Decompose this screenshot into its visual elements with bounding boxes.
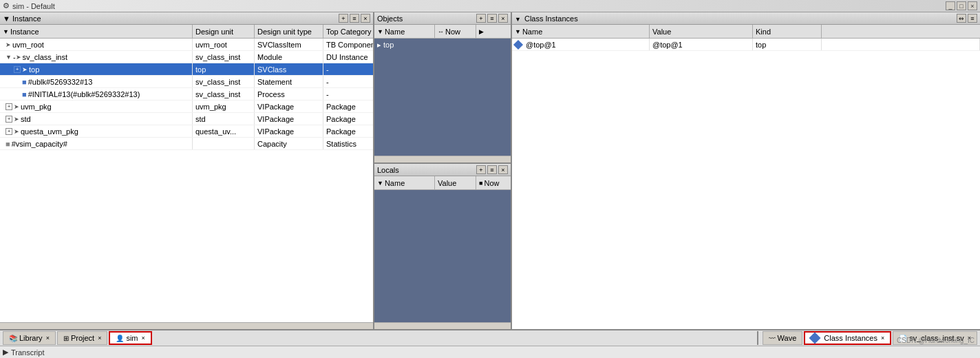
tab-library[interactable]: 📚 Library × xyxy=(3,331,56,345)
locals-content[interactable] xyxy=(374,190,511,322)
cell-ublk-cat: - xyxy=(323,76,373,87)
cell-uvm-root-name: ➤ uvm_root xyxy=(0,39,193,50)
tab-library-close[interactable]: × xyxy=(46,335,50,341)
expand-uvmpkg-icon[interactable]: + xyxy=(6,103,12,110)
cell-vsim-type: Capacity xyxy=(255,138,323,149)
objects-btn2[interactable]: ≡ xyxy=(487,14,497,23)
objects-content[interactable]: ▸ top xyxy=(374,39,511,156)
left-panel-btn1[interactable]: + xyxy=(339,14,348,23)
transcript-label: Transcript xyxy=(11,348,45,357)
tree-row-vsim-capacity[interactable]: ■ #vsim_capacity# Capacity Statistics xyxy=(0,138,373,150)
objects-hscroll[interactable] xyxy=(374,156,511,162)
tree-row-std[interactable]: + ➤ std std VIPackage Package xyxy=(0,113,373,125)
maximize-button[interactable]: □ xyxy=(957,1,966,10)
tab-ci-close[interactable]: × xyxy=(881,335,884,341)
diamond-icon xyxy=(513,39,523,49)
right-panel: ▼ Class Instances ⇔ ≡ ▼ Name Value Kind xyxy=(512,12,980,329)
left-panel-close[interactable]: × xyxy=(361,14,370,23)
class-cell-value: @top@1 xyxy=(650,39,753,50)
class-btn-menu[interactable]: ≡ xyxy=(968,14,977,23)
cell-ublk-du: sv_class_inst xyxy=(193,76,255,87)
minimize-button[interactable]: _ xyxy=(946,1,955,10)
sim-tab-icon: 👤 xyxy=(116,335,124,342)
class-cell-kind: top xyxy=(753,39,822,50)
left-panel-title: ▼ Instance xyxy=(3,14,41,23)
tab-sv-file[interactable]: 📄 sv_class_inst.sv × xyxy=(893,331,977,345)
cell-sv-class-inst-du: sv_class_inst xyxy=(193,51,255,63)
class-instances-content[interactable]: @top@1 @top@1 top xyxy=(512,39,980,329)
tree-row-initial[interactable]: ■ #INITIAL#13(#ublk#5269332#13) sv_class… xyxy=(0,88,373,101)
col-design-unit: Design unit xyxy=(193,25,255,38)
objects-col-name: ▼ Name xyxy=(374,25,435,38)
cell-std-type: VIPackage xyxy=(255,113,323,125)
tab-sim-close[interactable]: × xyxy=(142,335,145,341)
objects-close[interactable]: × xyxy=(498,14,508,23)
tree-row-sv-class-inst[interactable]: ▼ - ➤ sv_class_inst sv_class_inst Module… xyxy=(0,51,373,63)
cell-initial-type: Process xyxy=(255,88,323,100)
tree-column-headers: ▼ Instance Design unit Design unit type … xyxy=(0,25,373,39)
cell-top-cat: - xyxy=(323,63,373,75)
bottom-tab-bar: 📚 Library × ⊞ Project × 👤 sim × 〰 Wave C… xyxy=(0,329,980,346)
class-col-kind: Kind xyxy=(753,25,822,38)
middle-panel: Objects + ≡ × ▼ Name ↔ Now xyxy=(374,12,512,329)
tab-sim[interactable]: 👤 sim × xyxy=(109,331,151,345)
objects-row-top[interactable]: ▸ top xyxy=(374,39,511,51)
tree-row-ublk[interactable]: ■ #ublk#5269332#13 sv_class_inst Stateme… xyxy=(0,76,373,88)
tab-sv-close[interactable]: × xyxy=(968,335,971,341)
cell-vsim-name: ■ #vsim_capacity# xyxy=(0,138,193,149)
locals-close[interactable]: × xyxy=(498,165,508,174)
tab-project-close[interactable]: × xyxy=(98,335,101,341)
initial-icon: ■ xyxy=(22,90,27,98)
tree-content[interactable]: ➤ uvm_root uvm_root SVClassItem TB Compo… xyxy=(0,39,373,322)
cell-std-cat: Package xyxy=(323,113,373,125)
cell-uvm-pkg-type: VIPackage xyxy=(255,101,323,112)
cell-questa-type: VIPackage xyxy=(255,125,323,137)
objects-btn1[interactable]: + xyxy=(476,14,486,23)
expand-std-icon[interactable]: + xyxy=(6,116,12,123)
left-panel-hscroll[interactable] xyxy=(0,322,373,329)
class-instances-icon xyxy=(809,333,821,344)
cell-uvm-pkg-name: + ➤ uvm_pkg xyxy=(0,101,193,112)
class-btn-resize[interactable]: ⇔ xyxy=(957,14,966,23)
tab-wave[interactable]: 〰 Wave xyxy=(763,331,803,345)
cell-uvm-root-type: SVClassItem xyxy=(255,39,323,50)
cell-sv-class-inst-cat: DU Instance xyxy=(323,51,373,63)
transcript-icon: ▶ xyxy=(3,348,8,357)
cell-vsim-du xyxy=(193,138,255,149)
cell-ublk-name: ■ #ublk#5269332#13 xyxy=(0,76,193,87)
class-col-extra xyxy=(822,25,980,38)
cell-top-du: top xyxy=(193,63,255,75)
objects-panel: Objects + ≡ × ▼ Name ↔ Now xyxy=(374,12,511,164)
cell-top-name: + ➤ top xyxy=(0,63,193,75)
wave-icon: 〰 xyxy=(769,335,776,342)
tree-row-questa[interactable]: + ➤ questa_uvm_pkg questa_uv... VIPackag… xyxy=(0,125,373,138)
expand-top-icon[interactable]: + xyxy=(14,66,21,73)
close-button[interactable]: × xyxy=(968,1,977,10)
locals-col-now: ■ Now xyxy=(476,176,511,189)
project-icon: ⊞ xyxy=(63,335,69,342)
objects-col-now: ▶ xyxy=(476,25,511,38)
class-row-top[interactable]: @top@1 @top@1 top xyxy=(512,39,980,51)
col-instance: ▼ Instance xyxy=(0,25,193,38)
tab-project[interactable]: ⊞ Project × xyxy=(57,331,108,345)
tree-row-top[interactable]: + ➤ top top SVClass - xyxy=(0,63,373,76)
tab-class-instances[interactable]: Class Instances × xyxy=(804,331,891,345)
locals-col-value: Value xyxy=(435,176,476,189)
cell-initial-du: sv_class_inst xyxy=(193,88,255,100)
col-unit-type: Design unit type xyxy=(255,25,323,38)
cell-questa-name: + ➤ questa_uvm_pkg xyxy=(0,125,193,137)
class-col-name: ▼ Name xyxy=(512,25,650,38)
cell-initial-name: ■ #INITIAL#13(#ublk#5269332#13) xyxy=(0,88,193,100)
tree-row-uvm-pkg[interactable]: + ➤ uvm_pkg uvm_pkg VIPackage Package xyxy=(0,101,373,113)
left-panel-btn2[interactable]: ≡ xyxy=(350,14,359,23)
tree-row-uvm-root[interactable]: ➤ uvm_root uvm_root SVClassItem TB Compo… xyxy=(0,39,373,51)
locals-col-name: ▼ Name xyxy=(374,176,435,189)
locals-hscroll[interactable] xyxy=(374,322,511,329)
content-area: ▼ Instance + ≡ × ▼ Instance Design unit … xyxy=(0,12,980,329)
left-panel-titlebar: ▼ Instance + ≡ × xyxy=(0,12,373,25)
locals-btn2[interactable]: ≡ xyxy=(487,165,497,174)
class-col-value: Value xyxy=(650,25,753,38)
expand-questa-icon[interactable]: + xyxy=(6,128,12,135)
locals-btn1[interactable]: + xyxy=(476,165,486,174)
cell-ublk-type: Statement xyxy=(255,76,323,87)
